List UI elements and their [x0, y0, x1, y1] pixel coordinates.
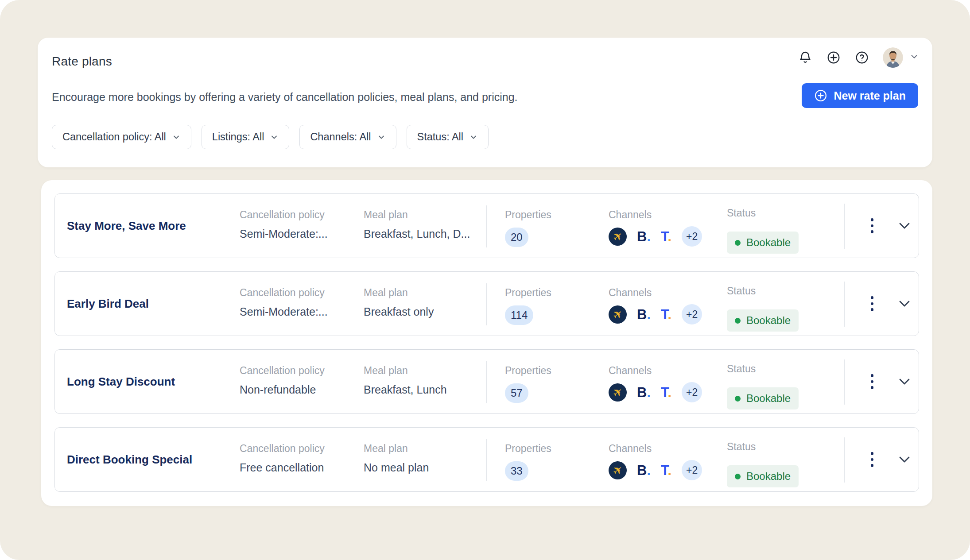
more-channels-badge: +2: [682, 226, 702, 247]
meal-plan-value: No meal plan: [364, 461, 429, 474]
rate-plan-row: Long Stay Discount Cancellation policy N…: [54, 349, 919, 414]
channels-label: Channels: [609, 365, 702, 377]
expedia-icon: ✈: [609, 461, 627, 479]
status-dot-icon: [735, 240, 741, 246]
rate-plan-row: Stay More, Save More Cancellation policy…: [54, 193, 919, 258]
status-cell: Status Bookable: [727, 441, 799, 487]
help-circle-icon[interactable]: [854, 50, 869, 65]
cancellation-policy-cell: Cancellation policy Non-refundable: [240, 365, 325, 396]
page-subtitle: Encourage more bookings by offering a va…: [52, 91, 518, 104]
rate-plan-name[interactable]: Long Stay Discount: [67, 375, 175, 389]
filter-label: Status: All: [417, 131, 464, 143]
plus-circle-icon[interactable]: [826, 50, 841, 65]
bell-icon[interactable]: [798, 50, 813, 65]
chevron-down-icon[interactable]: [909, 52, 919, 63]
row-menu-kebab-icon[interactable]: [863, 212, 881, 239]
cancellation-policy-label: Cancellation policy: [240, 443, 325, 455]
trip-com-icon: T.: [661, 386, 671, 399]
expedia-icon: ✈: [609, 305, 627, 324]
cancellation-policy-value: Semi-Moderate:...: [240, 228, 328, 240]
properties-cell: Properties 57: [505, 365, 551, 403]
filter-status[interactable]: Status: All: [407, 125, 489, 149]
rate-plan-row: Direct Booking Special Cancellation poli…: [54, 427, 919, 492]
cancellation-policy-cell: Cancellation policy Free cancellation: [240, 443, 325, 474]
rate-plan-name[interactable]: Direct Booking Special: [67, 453, 192, 467]
rate-plan-name[interactable]: Stay More, Save More: [67, 219, 186, 233]
booking-com-icon: B.: [637, 308, 651, 321]
rate-plan-name[interactable]: Early Bird Deal: [67, 297, 149, 311]
filter-label: Listings: All: [212, 131, 264, 143]
column-divider: [486, 439, 487, 481]
row-menu-kebab-icon[interactable]: [863, 290, 881, 317]
meal-plan-cell: Meal plan No meal plan: [364, 443, 429, 474]
meal-plan-cell: Meal plan Breakfast only: [364, 287, 434, 318]
filter-bar: Cancellation policy: All Listings: All C…: [52, 125, 489, 149]
row-expand-chevron-icon[interactable]: [896, 373, 913, 390]
more-channels-badge: +2: [682, 382, 702, 402]
rate-plan-list: Stay More, Save More Cancellation policy…: [54, 193, 919, 492]
properties-cell: Properties 114: [505, 287, 551, 325]
chevron-down-icon: [172, 133, 181, 142]
status-badge: Bookable: [727, 309, 799, 332]
chevron-down-icon: [270, 133, 279, 142]
column-divider: [486, 283, 487, 325]
filter-label: Channels: All: [310, 131, 371, 143]
status-text: Bookable: [746, 314, 791, 327]
status-label: Status: [727, 285, 799, 297]
column-divider: [486, 361, 487, 403]
new-rate-plan-button[interactable]: New rate plan: [802, 83, 918, 108]
expedia-icon: ✈: [609, 228, 627, 246]
channels-cell: Channels ✈ B. T. +2: [609, 365, 702, 402]
meal-plan-cell: Meal plan Breakfast, Lunch: [364, 365, 447, 396]
actions-divider: [844, 282, 845, 327]
cancellation-policy-cell: Cancellation policy Semi-Moderate:...: [240, 287, 328, 318]
status-label: Status: [727, 441, 799, 453]
plus-circle-icon: [814, 89, 827, 102]
page-title: Rate plans: [52, 54, 112, 69]
cancellation-policy-value: Semi-Moderate:...: [240, 305, 328, 318]
row-expand-chevron-icon[interactable]: [896, 217, 913, 235]
status-label: Status: [727, 363, 799, 375]
filter-cancellation-policy[interactable]: Cancellation policy: All: [52, 125, 191, 149]
cancellation-policy-label: Cancellation policy: [240, 209, 328, 221]
expedia-icon: ✈: [609, 383, 627, 402]
status-dot-icon: [735, 396, 741, 402]
properties-cell: Properties 33: [505, 443, 551, 481]
meal-plan-value: Breakfast, Lunch, D...: [364, 228, 470, 240]
actions-divider: [844, 437, 845, 483]
status-cell: Status Bookable: [727, 207, 799, 254]
row-expand-chevron-icon[interactable]: [896, 295, 913, 313]
filter-channels[interactable]: Channels: All: [299, 125, 396, 149]
booking-com-icon: B.: [637, 386, 651, 399]
meal-plan-label: Meal plan: [364, 365, 447, 377]
channels-cell: Channels ✈ B. T. +2: [609, 443, 702, 480]
status-cell: Status Bookable: [727, 285, 799, 332]
more-channels-badge: +2: [682, 460, 702, 480]
row-menu-kebab-icon[interactable]: [863, 446, 881, 473]
status-dot-icon: [735, 474, 741, 479]
chevron-down-icon: [469, 133, 478, 142]
header-card: Rate plans Encourage more bookings by of…: [38, 38, 932, 167]
header-actions: [798, 47, 919, 68]
channels-label: Channels: [609, 287, 702, 299]
rate-plans-page: Rate plans Encourage more bookings by of…: [0, 0, 970, 560]
status-badge: Bookable: [727, 387, 799, 409]
properties-label: Properties: [505, 365, 551, 377]
meal-plan-label: Meal plan: [364, 443, 429, 455]
properties-count-badge: 33: [505, 461, 528, 481]
status-cell: Status Bookable: [727, 363, 799, 409]
properties-count-badge: 20: [505, 228, 528, 247]
row-menu-kebab-icon[interactable]: [863, 368, 881, 395]
meal-plan-value: Breakfast only: [364, 305, 434, 318]
row-expand-chevron-icon[interactable]: [896, 451, 913, 468]
user-avatar[interactable]: [883, 47, 903, 68]
status-badge: Bookable: [727, 232, 799, 254]
filter-listings[interactable]: Listings: All: [202, 125, 290, 149]
cancellation-policy-cell: Cancellation policy Semi-Moderate:...: [240, 209, 328, 240]
user-menu[interactable]: [883, 47, 919, 68]
rate-plan-row: Early Bird Deal Cancellation policy Semi…: [54, 271, 919, 336]
channels-label: Channels: [609, 209, 702, 221]
status-badge: Bookable: [727, 465, 799, 487]
column-divider: [486, 205, 487, 247]
meal-plan-label: Meal plan: [364, 287, 434, 299]
